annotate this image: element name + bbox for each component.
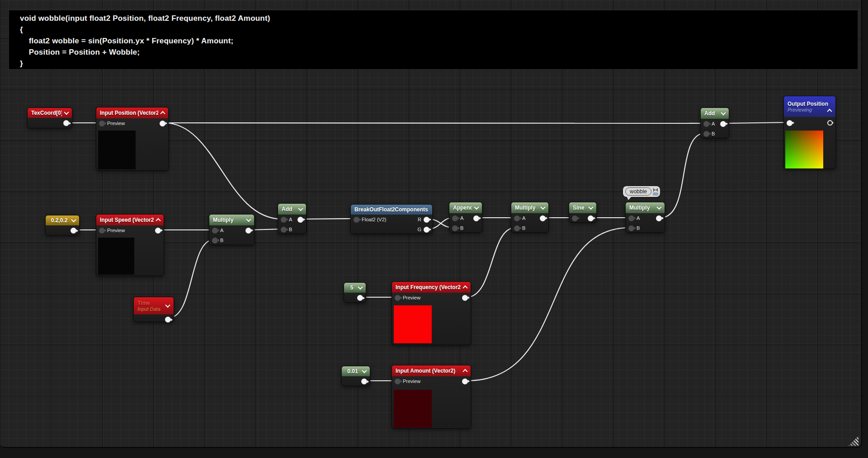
wire-add-top.out-to-output-position.in[interactable] bbox=[725, 122, 788, 123]
chevron-down-icon[interactable] bbox=[540, 205, 545, 210]
node-const-frequency[interactable]: 5 bbox=[344, 282, 366, 303]
node-header[interactable]: Input Position (Vector2) bbox=[96, 107, 168, 118]
output-pin[interactable] bbox=[155, 228, 161, 234]
output-pin[interactable] bbox=[462, 295, 468, 301]
wire-input-position.out-to-add-top.a[interactable] bbox=[164, 123, 705, 123]
input-pin-b[interactable] bbox=[628, 225, 634, 231]
node-const-speed[interactable]: 0.2,0.2 bbox=[45, 215, 80, 235]
comment-bubble[interactable]: wobble bbox=[623, 186, 660, 197]
output-pin[interactable] bbox=[160, 121, 165, 126]
chevron-down-icon[interactable] bbox=[362, 368, 367, 373]
node-header[interactable]: Multiply bbox=[511, 202, 548, 213]
input-pin-a[interactable] bbox=[514, 215, 520, 221]
node-header[interactable]: TexCoord[0] bbox=[28, 108, 72, 118]
node-header[interactable]: 5 bbox=[344, 283, 366, 293]
node-texcoord[interactable]: TexCoord[0] bbox=[27, 107, 72, 128]
preview-input-pin[interactable] bbox=[395, 379, 401, 384]
node-breakout[interactable]: BreakOutFloat2ComponentsFloat2 (V2)RG bbox=[350, 204, 433, 234]
output-pin[interactable] bbox=[656, 215, 662, 221]
preview-input-pin[interactable] bbox=[99, 228, 105, 234]
input-pin-b[interactable] bbox=[212, 238, 218, 243]
output-pin[interactable] bbox=[473, 215, 479, 221]
node-header[interactable]: Multiply bbox=[209, 215, 254, 225]
output-pin[interactable] bbox=[245, 228, 251, 234]
node-append[interactable]: AppendAB bbox=[449, 202, 482, 233]
wire-add-mid.out-to-breakout.in[interactable] bbox=[302, 219, 355, 219]
chevron-down-icon[interactable] bbox=[358, 285, 363, 290]
chevron-down-icon[interactable] bbox=[588, 205, 593, 210]
node-sine[interactable]: Sine bbox=[569, 202, 597, 223]
chevron-down-icon[interactable] bbox=[721, 110, 726, 115]
node-header[interactable]: Add bbox=[701, 108, 729, 119]
node-header[interactable]: Add bbox=[278, 204, 306, 215]
wire-time.out-to-multiply-1.b[interactable] bbox=[170, 240, 213, 318]
wire-input-amount.out-to-multiply-3.b[interactable] bbox=[467, 228, 630, 381]
node-header[interactable]: Input Amount (Vector2) bbox=[392, 365, 471, 376]
node-output-position[interactable]: Output PositionPreviewing bbox=[783, 96, 836, 169]
graph-canvas[interactable]: TexCoord[0]Input Position (Vector2)Previ… bbox=[0, 0, 862, 448]
chevron-down-icon[interactable] bbox=[64, 110, 69, 115]
chevron-up-icon[interactable] bbox=[156, 218, 160, 223]
output-pin[interactable] bbox=[462, 379, 468, 384]
node-header[interactable]: 0.2,0.2 bbox=[46, 215, 79, 225]
wire-input-position.out-to-add-mid.a[interactable] bbox=[164, 123, 282, 219]
input-pin-b[interactable] bbox=[514, 225, 520, 231]
input-pin[interactable] bbox=[787, 120, 793, 126]
input-pin-a[interactable] bbox=[281, 217, 287, 223]
chevron-down-icon[interactable] bbox=[656, 205, 661, 210]
output-pin[interactable] bbox=[71, 228, 76, 234]
wire-multiply-3.out-to-add-top.b[interactable] bbox=[660, 133, 705, 218]
node-multiply-1[interactable]: MultiplyAB bbox=[209, 214, 255, 245]
node-header[interactable]: Output PositionPreviewing bbox=[784, 96, 835, 117]
output-pin[interactable] bbox=[361, 379, 367, 384]
input-pin-a[interactable] bbox=[212, 228, 218, 234]
input-pin-a[interactable] bbox=[628, 215, 634, 221]
node-header[interactable]: TimeInput Data bbox=[134, 297, 174, 314]
input-pin[interactable] bbox=[354, 217, 359, 223]
input-pin-b[interactable] bbox=[703, 131, 709, 137]
chevron-up-icon[interactable] bbox=[462, 369, 467, 374]
node-header[interactable]: BreakOutFloat2Components bbox=[351, 205, 432, 215]
input-pin-b[interactable] bbox=[281, 227, 287, 233]
preview-input-pin[interactable] bbox=[395, 295, 401, 301]
node-add-top[interactable]: AddAB bbox=[700, 107, 729, 138]
output-pin[interactable] bbox=[357, 295, 363, 301]
node-input-position[interactable]: Input Position (Vector2)Preview bbox=[96, 107, 169, 171]
node-add-mid[interactable]: AddAB bbox=[278, 203, 307, 234]
wire-input-frequency.out-to-multiply-2.b[interactable] bbox=[467, 228, 515, 297]
output-pin[interactable] bbox=[588, 215, 594, 221]
chevron-up-icon[interactable] bbox=[160, 111, 165, 116]
chevron-up-icon[interactable] bbox=[462, 285, 467, 290]
input-pin-a[interactable] bbox=[452, 215, 458, 221]
chevron-down-icon[interactable] bbox=[298, 206, 303, 211]
output-pin[interactable] bbox=[63, 120, 69, 126]
chevron-down-icon[interactable] bbox=[474, 205, 479, 210]
node-input-speed[interactable]: Input Speed (Vector2)Preview bbox=[96, 214, 164, 276]
output-pin[interactable] bbox=[165, 317, 171, 322]
node-time[interactable]: TimeInput Data bbox=[133, 297, 174, 322]
node-const-amount[interactable]: 0.01 bbox=[341, 366, 370, 386]
output-pin[interactable] bbox=[297, 217, 303, 223]
preview-input-pin[interactable] bbox=[99, 121, 105, 126]
preview-toggle-pin[interactable] bbox=[827, 120, 833, 126]
node-header[interactable]: Append bbox=[449, 202, 482, 213]
node-input-amount[interactable]: Input Amount (Vector2)Preview bbox=[392, 365, 471, 429]
node-header[interactable]: 0.01 bbox=[342, 366, 370, 376]
node-header[interactable]: Multiply bbox=[626, 202, 665, 213]
node-header[interactable]: Input Speed (Vector2) bbox=[96, 215, 164, 225]
input-pin[interactable] bbox=[572, 215, 578, 221]
node-header[interactable]: Input Frequency (Vector2) bbox=[392, 282, 471, 293]
output-pin-g[interactable] bbox=[424, 227, 429, 233]
node-multiply-3[interactable]: MultiplyAB bbox=[625, 202, 665, 233]
output-pin[interactable] bbox=[540, 215, 546, 221]
node-input-frequency[interactable]: Input Frequency (Vector2)Preview bbox=[392, 281, 471, 345]
chevron-down-icon[interactable] bbox=[71, 217, 76, 222]
node-multiply-2[interactable]: MultiplyAB bbox=[511, 202, 549, 233]
pin-icon[interactable] bbox=[653, 188, 658, 192]
input-pin-b[interactable] bbox=[452, 225, 458, 231]
input-pin-a[interactable] bbox=[703, 121, 709, 127]
output-pin-r[interactable] bbox=[424, 217, 429, 223]
node-header[interactable]: Sine bbox=[569, 202, 596, 213]
chevron-down-icon[interactable] bbox=[246, 217, 251, 222]
output-pin[interactable] bbox=[720, 121, 726, 127]
